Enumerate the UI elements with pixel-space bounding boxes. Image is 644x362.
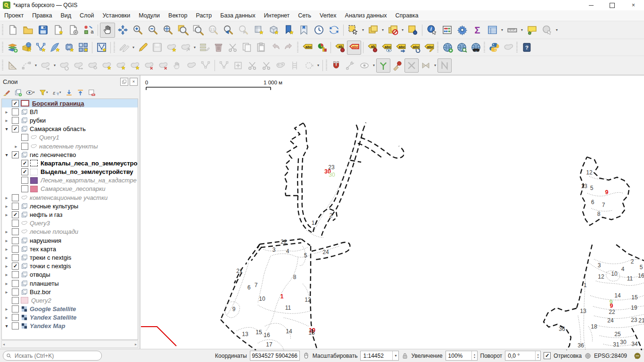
toolbar-grip[interactable] — [326, 60, 327, 71]
layer-checkbox[interactable] — [12, 220, 19, 227]
rotate-label-button[interactable] — [408, 41, 422, 55]
vertex-tool-dropdown[interactable]: ▾ — [192, 45, 197, 49]
extents-pointer-icon[interactable] — [303, 352, 310, 359]
layer-row[interactable]: ▸Google Satellite — [2, 305, 138, 313]
close-button[interactable]: × — [623, 0, 644, 10]
change-label-button[interactable] — [422, 41, 436, 55]
layer-row[interactable]: Лесные_кварталы_на_кадастре — [2, 176, 138, 185]
toolbar-grip[interactable] — [114, 42, 115, 53]
minimize-button[interactable] — [580, 0, 602, 10]
layer-row[interactable]: ▾Yandex Map — [2, 322, 138, 330]
layer-row[interactable]: ▸Buz.bor — [2, 288, 138, 296]
select-features-dropdown[interactable]: ▾ — [361, 28, 365, 32]
new-3d-map-view-button[interactable] — [266, 23, 281, 38]
select-by-location-button[interactable] — [405, 23, 420, 38]
zoom-in-button[interactable] — [130, 23, 145, 38]
menu-analysis[interactable]: Анализ данных — [341, 12, 391, 19]
layer-tree[interactable]: ✓Борский граница▸ВЛ▸рубки▾✓Самарская обл… — [1, 99, 138, 340]
scale-input[interactable] — [361, 352, 392, 360]
zoom-to-layer-button[interactable] — [190, 23, 206, 38]
layer-row[interactable]: ▸компенсационные участки — [2, 193, 138, 202]
open-project-button[interactable] — [20, 23, 35, 38]
layer-checkbox[interactable] — [12, 280, 19, 287]
pin-labels-button[interactable] — [333, 41, 347, 55]
attribute-table-button[interactable] — [485, 23, 500, 38]
crs-label[interactable]: EPSG:28409 — [594, 353, 627, 359]
expander-icon[interactable]: ▸ — [3, 247, 10, 252]
layer-checkbox[interactable] — [12, 203, 19, 210]
layer-row[interactable]: ✓Борский граница — [2, 99, 138, 107]
expander-icon[interactable]: ▸ — [3, 263, 10, 269]
remove-layer-button[interactable] — [86, 87, 97, 98]
expander-icon[interactable]: ▸ — [3, 255, 10, 260]
scale-combo[interactable]: ▼ — [360, 351, 399, 361]
layout-manager-button[interactable] — [66, 23, 81, 38]
panel-float-button[interactable] — [120, 78, 128, 86]
zoom-last-button[interactable] — [221, 23, 236, 38]
map-canvas[interactable]: 0 1 000 м — [140, 75, 644, 349]
toolbar-grip[interactable] — [516, 42, 518, 53]
collapse-all-button[interactable] — [74, 87, 86, 98]
layer-checkbox[interactable] — [12, 254, 19, 261]
search-box[interactable] — [3, 351, 102, 361]
layer-checkbox[interactable] — [12, 297, 19, 304]
menu-mesh[interactable]: Сеть — [294, 12, 315, 19]
metasearch-add-button[interactable] — [440, 41, 454, 55]
select-by-value-button[interactable] — [365, 23, 380, 38]
snapping-toggle-button[interactable] — [329, 58, 343, 73]
layer-checkbox[interactable] — [12, 117, 19, 124]
zoom-to-selection-button[interactable] — [175, 23, 190, 38]
layer-checkbox[interactable] — [12, 322, 19, 329]
layer-row[interactable]: ▾✓гис лесничество — [2, 150, 138, 159]
layer-checkbox[interactable] — [12, 194, 19, 201]
enable-tracing-button[interactable] — [376, 58, 390, 73]
layer-row[interactable]: ▸рубки — [2, 116, 138, 124]
layer-row[interactable]: ✓Выделы_по_землеустройству — [2, 168, 138, 176]
search-input[interactable] — [14, 352, 99, 360]
new-shapefile-layer-button[interactable] — [33, 41, 48, 55]
layer-row[interactable]: ▸Yandex Satellite — [2, 313, 138, 322]
layer-checkbox[interactable] — [12, 246, 19, 253]
layer-checkbox[interactable]: ✓ — [21, 160, 28, 167]
layer-checkbox[interactable]: ✓ — [12, 211, 19, 218]
expander-icon[interactable]: ▸ — [12, 144, 20, 149]
toolbar-grip[interactable] — [297, 42, 298, 53]
rotate-point-dropdown[interactable]: ▾ — [316, 63, 321, 67]
expander-icon[interactable]: ▸ — [3, 281, 10, 286]
menu-project[interactable]: Проект — [0, 12, 28, 19]
layer-row[interactable]: ▸лесные площади — [2, 228, 138, 236]
new-map-view-button[interactable] — [251, 23, 266, 38]
layer-checkbox[interactable] — [12, 314, 19, 321]
layer-row[interactable]: ▸✓нефть и газ — [2, 210, 138, 219]
show-spatial-bookmarks-button[interactable] — [296, 23, 311, 38]
move-label-button[interactable] — [394, 41, 408, 55]
statistical-summary-button[interactable] — [470, 23, 485, 38]
menu-settings[interactable]: Установки — [98, 12, 134, 19]
lock-scale-icon[interactable] — [402, 353, 408, 359]
refresh-map-button[interactable] — [326, 23, 341, 38]
new-spatialite-layer-button[interactable] — [62, 41, 76, 55]
circular-string-dropdown[interactable]: ▾ — [33, 63, 38, 67]
filter-legend-dropdown[interactable]: ▾ — [46, 90, 50, 94]
expander-icon[interactable]: ▸ — [3, 204, 10, 209]
layer-row[interactable]: Самарские_лесопарки — [2, 185, 138, 193]
field-calculator-button[interactable] — [439, 23, 454, 38]
menu-view[interactable]: Вид — [56, 12, 75, 19]
layer-row[interactable]: ▸✓точки с nextgis — [2, 262, 138, 271]
coordinates-box[interactable] — [250, 351, 300, 361]
layer-checkbox[interactable]: ✓ — [12, 125, 19, 132]
expander-icon[interactable]: ▾ — [3, 323, 10, 329]
expander-icon[interactable]: ▸ — [3, 238, 10, 243]
layer-checkbox[interactable] — [12, 228, 19, 235]
save-project-button[interactable] — [35, 23, 50, 38]
layer-checkbox[interactable] — [12, 108, 19, 115]
map-tips-button[interactable] — [524, 23, 539, 38]
layer-checkbox[interactable] — [12, 288, 19, 296]
magnifier-spin-arrows[interactable]: ▲▼ — [471, 351, 477, 360]
layer-row[interactable]: ▸планшеты — [2, 279, 138, 288]
new-spatial-bookmark-button[interactable] — [281, 23, 296, 38]
layer-checkbox[interactable]: ✓ — [12, 151, 19, 158]
move-feature-dropdown[interactable]: ▾ — [52, 63, 57, 67]
rotation-input[interactable] — [505, 352, 535, 360]
layer-row[interactable]: ▸лесные культуры — [2, 202, 138, 210]
